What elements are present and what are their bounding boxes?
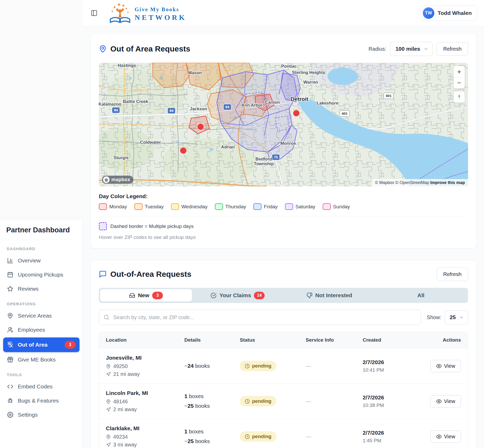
sidebar-item-out-of-area[interactable]: Out of Area3 — [3, 337, 79, 352]
map-label-ann-arbor: Ann Arbor — [241, 103, 263, 108]
sidebar-item-label: Give ME Books — [18, 357, 56, 363]
day-label: Wednesday — [181, 204, 208, 210]
view-button[interactable]: View — [430, 360, 461, 372]
sidebar-item-embed-codes[interactable]: Embed Codes — [3, 380, 79, 393]
svg-text:401: 401 — [341, 112, 348, 116]
mapbox-logo[interactable]: ◍ mapbox — [102, 176, 133, 184]
request-city: Jonesville, MI — [106, 355, 184, 361]
star-icon — [7, 286, 13, 292]
status-cell: pending — [240, 361, 306, 371]
day-swatch-icon — [253, 203, 261, 210]
sidebar-item-service-areas[interactable]: Service Areas — [3, 309, 79, 322]
sidebar-item-give-me-books[interactable]: Give ME Books — [3, 353, 79, 366]
highway-shield-401: 401 — [340, 111, 350, 117]
day-swatch-icon — [134, 203, 143, 210]
app-logo[interactable]: ★ ★ ★ ★ ★ ★ Give My Books NETWORK — [108, 2, 186, 24]
mapbox-attribution-link[interactable]: © Mapbox — [375, 180, 394, 185]
sidebar-item-reviews[interactable]: Reviews — [3, 282, 79, 295]
radius-select[interactable]: 100 miles — [390, 42, 432, 56]
give-my-books-logo-icon: ★ ★ ★ ★ ★ ★ — [108, 2, 132, 24]
service-area-map[interactable]: 94949475401401 HastingsMasonPontiacSterl… — [99, 63, 468, 186]
request-marker[interactable] — [293, 110, 300, 117]
sidebar-item-label: Reviews — [18, 286, 38, 292]
tab-all[interactable]: All — [375, 289, 467, 302]
actions-cell: View — [430, 430, 461, 443]
tab-your-claims[interactable]: Your Claims14 — [192, 289, 284, 302]
actions-cell: View — [430, 360, 461, 372]
sidebar-item-settings[interactable]: Settings — [3, 408, 79, 421]
message-square-icon — [99, 270, 107, 278]
sidebar-item-upcoming-pickups[interactable]: Upcoming Pickups — [3, 268, 79, 281]
day-legend-title: Day Color Legend: — [99, 193, 468, 199]
map-label-kalamazoo: Kalamazoo — [99, 102, 121, 107]
view-button[interactable]: View — [430, 395, 461, 407]
request-zip: 48146 — [106, 399, 184, 405]
chevron-down-icon — [423, 46, 429, 51]
service-info-cell: — — [306, 433, 363, 440]
nav-section-label: OPERATIONS — [7, 302, 76, 306]
actions-cell: View — [430, 395, 461, 407]
sidebar-item-bugs-features[interactable]: Bugs & Features — [3, 394, 79, 407]
created-date: 2/7/2026 — [363, 359, 429, 365]
day-label: Saturday — [295, 204, 315, 210]
details-cell: ~24 books — [184, 361, 240, 371]
radius-label: Radius: — [369, 46, 386, 52]
service-info-cell: — — [306, 363, 363, 369]
mapbox-icon: ◍ — [103, 176, 110, 183]
svg-text:94: 94 — [114, 108, 118, 112]
navigation-icon — [106, 372, 111, 377]
check-circle-icon — [210, 292, 217, 298]
sidebar-item-overview[interactable]: Overview — [3, 254, 79, 267]
view-button[interactable]: View — [430, 430, 461, 443]
tab-not-interested[interactable]: Not Interested — [283, 289, 375, 302]
svg-text:★: ★ — [125, 7, 128, 10]
user-name: Todd Whalen — [438, 10, 472, 16]
code-icon — [7, 383, 13, 390]
compass-button[interactable] — [454, 91, 465, 102]
svg-text:★: ★ — [122, 3, 125, 8]
day-label: Sunday — [333, 204, 350, 210]
map-pin-icon — [99, 45, 107, 53]
page-size-select[interactable]: 25 — [445, 310, 468, 324]
day-chip-sunday: Sunday — [323, 203, 350, 210]
zoom-in-button[interactable]: + — [454, 66, 465, 77]
sidebar-item-employees[interactable]: Employees — [3, 323, 79, 336]
svg-text:★: ★ — [117, 2, 121, 7]
eye-icon — [436, 363, 442, 369]
improve-map-link[interactable]: Improve this map — [430, 180, 465, 185]
sidebar-item-label: Employees — [18, 327, 45, 333]
request-zip: 49234 — [106, 434, 184, 440]
tab-label: Not Interested — [315, 292, 352, 298]
search-input[interactable] — [99, 310, 421, 325]
svg-text:★: ★ — [111, 10, 113, 13]
divider — [99, 216, 468, 216]
request-distance: 3 mi away — [106, 442, 184, 448]
bug-icon — [7, 398, 13, 404]
day-swatch-icon — [215, 203, 223, 210]
eye-icon — [436, 399, 442, 404]
svg-text:94: 94 — [225, 105, 230, 109]
map-label-mason: Mason — [188, 70, 202, 75]
request-marker[interactable] — [197, 123, 204, 130]
tab-new[interactable]: New3 — [100, 289, 192, 302]
tab-label: New — [138, 292, 149, 298]
zoom-out-button[interactable]: − — [454, 77, 465, 88]
map-refresh-button[interactable]: Refresh — [437, 42, 468, 56]
details-cell: 1 boxes~25 books — [184, 392, 240, 411]
user-menu-button[interactable]: TW Todd Whalen — [420, 5, 477, 21]
tab-label: Your Claims — [219, 292, 251, 298]
osm-attribution-link[interactable]: © OpenStreetMap — [395, 180, 429, 185]
boxes-count: 1 boxes — [184, 392, 240, 401]
table-row: Clarklake, MI492343 mi away1 boxes~25 bo… — [99, 419, 468, 448]
requests-refresh-button[interactable]: Refresh — [437, 267, 468, 281]
map-label-township: Township — [254, 161, 274, 166]
requests-card-title: Out-of-Area Requests — [99, 270, 191, 279]
nav-section-operations: OPERATIONSService AreasEmployeesOut of A… — [3, 302, 79, 366]
pin-small-icon — [106, 399, 111, 404]
sidebar-toggle-button[interactable] — [90, 9, 99, 18]
request-marker[interactable] — [180, 147, 187, 154]
day-chip-tuesday: Tuesday — [134, 203, 164, 210]
day-swatch-icon — [285, 203, 293, 210]
map-pin-icon — [7, 313, 13, 319]
requests-table: LocationDetailsStatusService InfoCreated… — [99, 332, 468, 448]
